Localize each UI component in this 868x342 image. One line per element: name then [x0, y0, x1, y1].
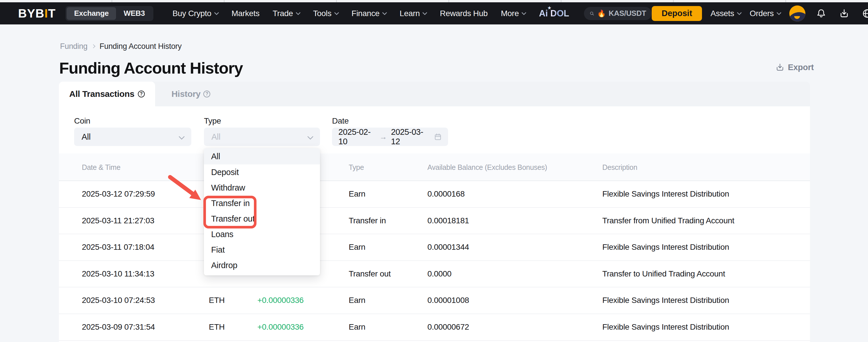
fire-icon: 🔥 [597, 9, 606, 18]
cell-datetime: 2025-03-12 07:29:59 [82, 181, 155, 207]
exchange-web3-toggle: ExchangeWEB3 [65, 6, 153, 21]
search-input[interactable]: 🔥 KAS/USDT [584, 7, 652, 20]
col-type: Type [349, 153, 364, 181]
dropdown-option-fiat[interactable]: Fiat [204, 242, 320, 257]
table-row: 2025-03-09 07:31:54ETH+0.00000336Earn0.0… [59, 314, 810, 341]
bell-icon [816, 8, 826, 19]
help-icon[interactable]: ? [138, 90, 145, 97]
deposit-button[interactable]: Deposit [652, 6, 702, 21]
history-card: All Transactions ? History ? Coin Type D… [59, 82, 810, 342]
dropdown-option-transfer-out[interactable]: Transfer out [204, 211, 320, 226]
chevron-down-icon [307, 134, 313, 140]
date-range-picker[interactable]: 2025-02-10 → 2025-03-12 [332, 127, 448, 146]
cell-description: Transfer to Unified Trading Account [602, 261, 725, 287]
notifications-button[interactable] [814, 8, 828, 19]
cell-amount: +0.00000336 [257, 287, 304, 313]
export-button[interactable]: Export [776, 59, 814, 75]
chevron-down-icon [423, 10, 427, 15]
search-pair-text: KAS/USDT [609, 9, 646, 18]
user-avatar[interactable] [789, 5, 805, 22]
globe-icon [862, 8, 868, 19]
chevron-right-icon [91, 44, 95, 48]
col-balance: Available Balance (Excludes Bonuses) [427, 153, 547, 181]
help-icon[interactable]: ? [204, 90, 210, 97]
date-to: 2025-03-12 [391, 127, 428, 146]
nav-item-more[interactable]: More [501, 9, 526, 18]
nav-item-learn[interactable]: Learn [400, 9, 427, 18]
cell-type: Transfer in [349, 208, 386, 234]
date-from: 2025-02-10 [338, 127, 376, 146]
nav-item-tools[interactable]: Tools [313, 9, 338, 18]
cell-type: Transfer out [349, 261, 391, 287]
language-button[interactable] [860, 8, 868, 19]
breadcrumb-current: Funding Account History [99, 42, 182, 51]
nav-right: Deposit Assets Orders [652, 5, 868, 22]
cell-amount: +0.00000336 [257, 314, 304, 340]
aidol-logo[interactable]: ★Ai DOL [539, 8, 569, 19]
tab-strip: All Transactions ? History ? [59, 82, 810, 106]
type-dropdown-menu: AllDepositWithdrawTransfer inTransfer ou… [204, 148, 320, 275]
cell-description: Flexible Savings Interest Distribution [602, 287, 729, 313]
bybit-logo[interactable]: BYBIT [18, 7, 56, 20]
nav-item-finance[interactable]: Finance [351, 9, 386, 18]
cell-datetime: 2025-03-10 07:24:53 [82, 287, 155, 313]
chevron-down-icon [179, 134, 185, 140]
nav-item-buy-crypto[interactable]: Buy Crypto [172, 9, 218, 18]
cell-coin: ETH [209, 314, 225, 340]
top-nav: BYBIT ExchangeWEB3 Buy CryptoMarketsTrad… [0, 2, 868, 24]
download-icon [839, 8, 849, 19]
table-row: 2025-03-10 11:34:13Transfer out0.0000Tra… [59, 261, 810, 288]
table-row: 2025-03-11 21:27:03Transfer in0.00018181… [59, 208, 810, 234]
cell-balance: 0.00018181 [427, 208, 469, 234]
toggle-web3[interactable]: WEB3 [116, 7, 152, 20]
col-datetime: Date & Time [82, 153, 120, 181]
cell-type: Earn [349, 314, 365, 340]
col-description: Description [602, 153, 638, 181]
browser-edge-strip [0, 0, 868, 2]
star-icon: ★ [548, 5, 551, 10]
tab-all-transactions[interactable]: All Transactions ? [59, 82, 155, 106]
breadcrumb: Funding Funding Account History [60, 41, 182, 52]
cell-balance: 0.00000672 [427, 314, 469, 340]
dropdown-option-airdrop[interactable]: Airdrop [204, 257, 320, 273]
chevron-down-icon [382, 10, 387, 15]
nav-item-assets[interactable]: Assets [711, 9, 741, 18]
cell-balance: 0.0000168 [427, 181, 465, 207]
dropdown-option-deposit[interactable]: Deposit [204, 164, 320, 180]
table-row: 2025-03-11 07:18:04Earn0.00001344Flexibl… [59, 234, 810, 261]
chevron-down-icon [737, 10, 742, 15]
cell-datetime: 2025-03-10 11:34:13 [82, 261, 154, 287]
coin-select[interactable]: All [74, 127, 191, 146]
downloads-button[interactable] [837, 8, 851, 19]
chevron-down-icon [522, 10, 526, 15]
table-row: 2025-03-12 07:29:59Earn0.0000168Flexible… [59, 181, 810, 208]
cell-balance: 0.0000 [427, 261, 452, 287]
search-icon [590, 9, 594, 18]
dropdown-option-loans[interactable]: Loans [204, 226, 320, 242]
page-title: Funding Account History [59, 59, 243, 77]
nav-item-orders[interactable]: Orders [750, 9, 781, 18]
cell-coin: ETH [209, 287, 225, 313]
chevron-down-icon [214, 10, 219, 15]
calendar-icon [434, 133, 442, 141]
cell-balance: 0.00001344 [427, 234, 469, 260]
table-row: 2025-03-10 07:24:53ETH+0.00000336Earn0.0… [59, 287, 810, 314]
dropdown-option-withdraw[interactable]: Withdraw [204, 180, 320, 195]
dropdown-option-all[interactable]: All [204, 148, 320, 164]
nav-item-markets[interactable]: Markets [231, 9, 259, 18]
toggle-exchange[interactable]: Exchange [67, 7, 116, 20]
export-icon [776, 63, 784, 72]
type-select[interactable]: All [204, 127, 320, 146]
chevron-down-icon [334, 10, 339, 15]
nav-item-trade[interactable]: Trade [273, 9, 300, 18]
cell-datetime: 2025-03-11 21:27:03 [82, 208, 154, 234]
tab-history[interactable]: History ? [172, 82, 210, 106]
breadcrumb-funding[interactable]: Funding [60, 42, 87, 51]
dropdown-option-transfer-in[interactable]: Transfer in [204, 195, 320, 211]
chevron-down-icon [296, 10, 301, 15]
cell-description: Flexible Savings Interest Distribution [602, 314, 729, 340]
cell-description: Transfer from Unified Trading Account [602, 208, 734, 234]
date-filter-label: Date [332, 116, 349, 125]
range-arrow-icon: → [380, 133, 387, 141]
nav-item-rewards-hub[interactable]: Rewards Hub [440, 9, 488, 18]
